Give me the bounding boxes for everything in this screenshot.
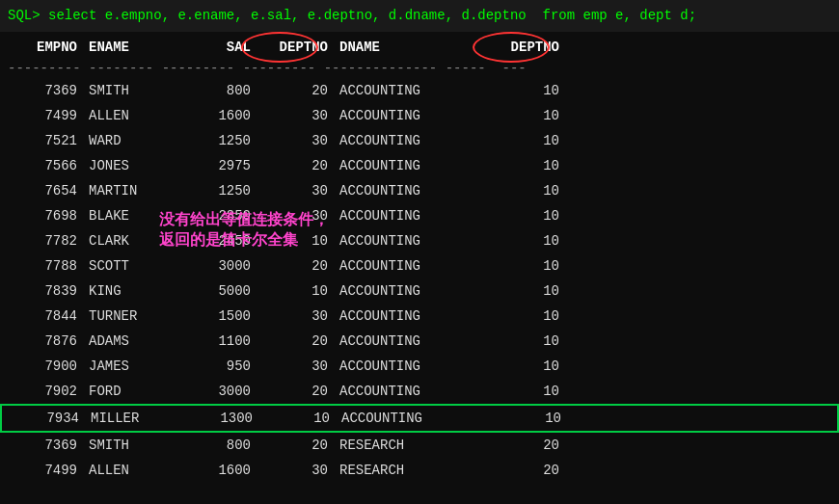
cell-deptno-e: 20 — [258, 255, 336, 277]
cell-empno: 7566 — [8, 155, 85, 176]
cell-dname: ACCOUNTING — [336, 356, 490, 377]
cell-sal: 5000 — [181, 280, 258, 302]
cell-sal: 2850 — [181, 205, 258, 226]
cell-sal: 950 — [181, 356, 258, 377]
cell-empno: 7782 — [8, 230, 85, 252]
terminal: SQL> select e.empno, e.ename, e.sal, e.d… — [0, 0, 839, 504]
cell-ename: TURNER — [85, 305, 181, 327]
cell-sal: 1500 — [181, 305, 258, 327]
cell-deptno-e: 30 — [258, 305, 336, 327]
header-deptno-e: DEPTNO — [258, 40, 336, 55]
cell-sal: 800 — [181, 435, 258, 456]
cell-sal: 3000 — [181, 255, 258, 277]
cell-deptno-d: 10 — [490, 356, 567, 377]
header-sal: SAL — [181, 40, 258, 55]
cell-deptno-d: 10 — [490, 130, 567, 151]
cell-empno: 7902 — [8, 381, 85, 402]
cell-dname: ACCOUNTING — [336, 155, 490, 176]
cell-ename: MILLER — [87, 408, 183, 429]
table-row: 7521 WARD 1250 30 ACCOUNTING 10 — [0, 128, 839, 153]
cell-empno: 7876 — [8, 331, 85, 352]
result-table: EMPNO ENAME SAL DEPTNO DNAME DEPTNO ----… — [0, 32, 839, 487]
table-row: 7839 KING 5000 10 ACCOUNTING 10 — [0, 279, 839, 304]
cell-empno: 7698 — [8, 205, 85, 226]
cell-dname: ACCOUNTING — [336, 180, 490, 201]
table-row: 7566 JONES 2975 20 ACCOUNTING 10 — [0, 153, 839, 178]
cell-deptno-e: 20 — [258, 381, 336, 402]
cell-deptno-d: 10 — [490, 305, 567, 327]
cell-ename: KING — [85, 280, 181, 302]
cell-dname: ACCOUNTING — [336, 381, 490, 402]
cell-ename: SCOTT — [85, 255, 181, 277]
cell-sal: 1600 — [181, 460, 258, 481]
cell-deptno-e: 20 — [258, 80, 336, 101]
cell-ename: ALLEN — [85, 105, 181, 126]
cell-deptno-e: 30 — [258, 205, 336, 226]
cell-deptno-d: 10 — [490, 155, 567, 176]
cell-empno: 7788 — [8, 255, 85, 277]
cell-deptno-e: 20 — [258, 435, 336, 456]
cell-dname: ACCOUNTING — [336, 255, 490, 277]
table-row: 7499 ALLEN 1600 30 RESEARCH 20 — [0, 458, 839, 483]
cell-deptno-e: 30 — [258, 105, 336, 126]
cell-deptno-d: 10 — [490, 230, 567, 252]
cell-ename: JONES — [85, 155, 181, 176]
cell-dname: ACCOUNTING — [336, 80, 490, 101]
cell-ename: MARTIN — [85, 180, 181, 201]
table-row: 7900 JAMES 950 30 ACCOUNTING 10 — [0, 354, 839, 379]
table-row: 7782 CLARK 2450 10 ACCOUNTING 10 — [0, 228, 839, 253]
cell-deptno-d: 10 — [490, 331, 567, 352]
table-row: 7369 SMITH 800 20 ACCOUNTING 10 — [0, 78, 839, 103]
table-divider: --------- -------- --------- --------- -… — [0, 59, 839, 78]
cell-dname: ACCOUNTING — [336, 230, 490, 252]
cell-sal: 1300 — [183, 408, 260, 429]
table-row: 7844 TURNER 1500 30 ACCOUNTING 10 — [0, 304, 839, 329]
cell-sal: 3000 — [181, 381, 258, 402]
table-row: 7654 MARTIN 1250 30 ACCOUNTING 10 — [0, 178, 839, 203]
cell-dname: ACCOUNTING — [336, 331, 490, 352]
cell-sal: 800 — [181, 80, 258, 101]
cell-deptno-e: 20 — [258, 155, 336, 176]
cell-ename: JAMES — [85, 356, 181, 377]
cell-ename: FORD — [85, 381, 181, 402]
header-empno: EMPNO — [8, 40, 85, 55]
cell-deptno-e: 30 — [258, 460, 336, 481]
cell-deptno-e: 30 — [258, 356, 336, 377]
table-row: 7902 FORD 3000 20 ACCOUNTING 10 — [0, 379, 839, 404]
cell-empno: 7839 — [8, 280, 85, 302]
cell-dname: ACCOUNTING — [336, 105, 490, 126]
cell-dname: RESEARCH — [336, 460, 490, 481]
cell-dname: RESEARCH — [336, 435, 490, 456]
table-row: 7499 ALLEN 1600 30 ACCOUNTING 10 — [0, 103, 839, 128]
cell-empno: 7654 — [8, 180, 85, 201]
cell-empno: 7521 — [8, 130, 85, 151]
cell-deptno-e: 20 — [258, 331, 336, 352]
cell-deptno-e: 10 — [260, 408, 338, 429]
cell-dname: ACCOUNTING — [336, 280, 490, 302]
cell-empno: 7369 — [8, 80, 85, 101]
cell-empno: 7499 — [8, 105, 85, 126]
cell-deptno-d: 10 — [490, 105, 567, 126]
table-row: 7698 BLAKE 2850 30 ACCOUNTING 10 — [0, 203, 839, 228]
cell-deptno-d: 10 — [490, 80, 567, 101]
cell-ename: CLARK — [85, 230, 181, 252]
cell-ename: ALLEN — [85, 460, 181, 481]
table-body: 7369 SMITH 800 20 ACCOUNTING 10 7499 ALL… — [0, 78, 839, 483]
table-header: EMPNO ENAME SAL DEPTNO DNAME DEPTNO — [0, 36, 839, 59]
cell-ename: SMITH — [85, 435, 181, 456]
cell-deptno-d: 10 — [492, 408, 569, 429]
cell-deptno-d: 20 — [490, 460, 567, 481]
cell-ename: SMITH — [85, 80, 181, 101]
cell-sal: 2450 — [181, 230, 258, 252]
cell-deptno-e: 10 — [258, 230, 336, 252]
cell-dname: ACCOUNTING — [336, 205, 490, 226]
cell-deptno-d: 10 — [490, 180, 567, 201]
cell-sal: 1100 — [181, 331, 258, 352]
cell-deptno-d: 10 — [490, 255, 567, 277]
cell-deptno-d: 10 — [490, 205, 567, 226]
cell-sal: 1250 — [181, 130, 258, 151]
header-dname: DNAME — [336, 40, 490, 55]
cell-sal: 1250 — [181, 180, 258, 201]
cell-sal: 1600 — [181, 105, 258, 126]
cell-dname: ACCOUNTING — [336, 130, 490, 151]
